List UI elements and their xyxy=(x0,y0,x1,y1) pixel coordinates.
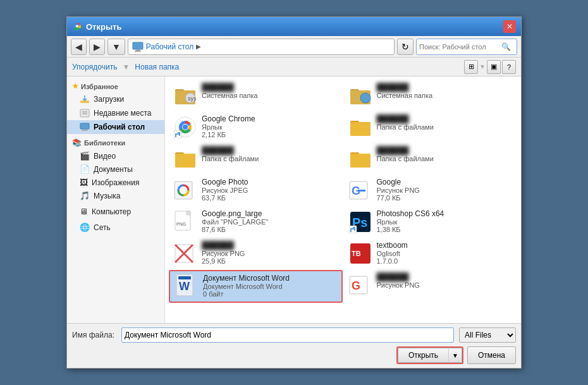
filetype-select[interactable]: All Files xyxy=(459,327,516,343)
file-thumb: G xyxy=(348,178,373,203)
favorites-header[interactable]: ★ Избранное xyxy=(67,80,164,92)
network-label: Сеть xyxy=(94,223,111,232)
action-bar: Упорядочить ▼ Новая папка ⊞ ▼ ▣ ? xyxy=(67,58,521,76)
list-item[interactable]: sys ██████ Системная папка xyxy=(169,80,343,111)
file-info: ██████ Системная папка xyxy=(202,83,339,99)
network-icon: 🌐 xyxy=(80,223,90,232)
sidebar-item-computer[interactable]: 🖥 Компьютер xyxy=(67,205,164,218)
svg-rect-4 xyxy=(135,51,141,52)
file-thumb: W xyxy=(174,274,199,299)
photo-icon xyxy=(174,179,197,202)
svg-point-20 xyxy=(360,93,371,103)
breadcrumb-text[interactable]: Рабочий стол xyxy=(146,42,193,51)
sidebar-item-desktop[interactable]: Рабочий стол xyxy=(67,120,164,134)
file-info: ██████ Системная папка xyxy=(377,83,514,99)
list-item[interactable]: G ██████ Рисунок PNG xyxy=(344,270,518,303)
svg-rect-2 xyxy=(133,42,143,49)
file-thumb xyxy=(348,146,373,171)
file-thumb xyxy=(173,114,198,140)
svg-rect-42 xyxy=(358,190,365,192)
search-bar: 🔍 xyxy=(416,39,517,55)
desktop-label: Рабочий стол xyxy=(94,123,145,131)
file-thumb: G xyxy=(348,272,373,298)
view-toggle-button[interactable]: ⊞ xyxy=(464,60,478,74)
list-item[interactable]: ██████ Рисунок PNG 25,9 КБ xyxy=(169,238,343,269)
sidebar-item-docs[interactable]: 📄 Документы xyxy=(67,162,164,176)
list-item[interactable]: PNG Google.png_large Файл "PNG_LARGE" 87… xyxy=(169,207,343,237)
filename-row: Имя файла: All Files xyxy=(72,327,516,343)
open-button[interactable]: Открыть xyxy=(398,348,448,363)
sidebar-item-video[interactable]: 🎬 Видео xyxy=(67,149,164,162)
file-thumb: Ps xyxy=(348,209,373,235)
search-button[interactable]: 🔍 xyxy=(501,42,511,51)
sidebar-item-music[interactable]: 🎵 Музыка xyxy=(67,189,164,202)
list-item[interactable]: Ps Photoshop CS6 x64 Ярлык 1,38 КБ xyxy=(344,207,518,237)
filename-label: Имя файла: xyxy=(72,331,116,339)
breadcrumb: Рабочий стол ▶ xyxy=(128,39,395,55)
file-size: 1,38 КБ xyxy=(377,226,514,233)
file-type: Документ Microsoft Word xyxy=(203,283,338,290)
title-bar: Открыть ✕ xyxy=(67,17,521,36)
refresh-button[interactable]: ↻ xyxy=(397,39,413,55)
file-thumb: TB xyxy=(348,241,373,266)
list-item[interactable]: Google Photo Рисунок JPEG 63,7 КБ xyxy=(169,175,343,205)
file-size: 77,0 КБ xyxy=(377,194,514,202)
sidebar-item-recent[interactable]: Недавние места xyxy=(67,106,164,120)
file-info: Google Photo Рисунок JPEG 63,7 КБ xyxy=(202,178,339,202)
svg-rect-44 xyxy=(187,211,190,215)
list-item[interactable]: Google Chrome Ярлык 2,12 КБ xyxy=(169,112,343,142)
organize-button[interactable]: Упорядочить xyxy=(72,63,117,71)
svg-rect-35 xyxy=(350,154,371,168)
file-name: Google xyxy=(377,178,514,186)
new-folder-button[interactable]: Новая папка xyxy=(135,63,179,71)
cancel-button[interactable]: Отмена xyxy=(467,346,516,364)
png-file-icon: PNG xyxy=(174,211,197,233)
file-info: ██████ Папка с файлами xyxy=(202,146,339,162)
system-folder-icon: sys xyxy=(174,84,197,107)
preview-button[interactable]: ▣ xyxy=(487,60,501,74)
docs-label: Документы xyxy=(94,165,133,174)
back-button[interactable]: ◀ xyxy=(71,39,87,55)
file-info: ██████ Папка с файлами xyxy=(377,114,514,131)
google-icon: G xyxy=(349,179,372,202)
folder-icon2 xyxy=(174,147,197,170)
dropdown-nav-button[interactable]: ▼ xyxy=(107,39,125,55)
sidebar-item-downloads[interactable]: Загрузки xyxy=(67,92,164,106)
sidebar-item-images[interactable]: 🖼 Изображения xyxy=(67,176,164,189)
list-item[interactable]: ██████ Папка с файлами xyxy=(169,144,343,174)
file-name: ██████ xyxy=(377,83,514,92)
list-item-selected[interactable]: W Документ Microsoft Word Документ Micro… xyxy=(169,270,343,303)
file-thumb xyxy=(173,178,198,203)
list-item[interactable]: TB textboom Oglisoft 1.7.0.0 xyxy=(344,238,518,269)
file-type: Ярлык xyxy=(202,123,339,131)
favorites-section: ★ Избранное Загрузки Неда xyxy=(67,80,164,134)
google-blurred-icon: G xyxy=(349,274,372,296)
list-item[interactable]: ██████ Папка с файлами xyxy=(344,112,518,142)
desktop-icon xyxy=(132,41,144,52)
filename-input[interactable] xyxy=(121,327,454,343)
file-name: Google Photo xyxy=(202,178,339,186)
help-button[interactable]: ? xyxy=(502,60,516,74)
libraries-header[interactable]: 📚 Библиотеки xyxy=(67,137,164,149)
file-grid: sys ██████ Системная папка xyxy=(169,80,517,303)
sidebar-item-network[interactable]: 🌐 Сеть xyxy=(67,221,164,234)
forward-button[interactable]: ▶ xyxy=(89,39,105,55)
svg-rect-9 xyxy=(80,123,89,129)
close-button[interactable]: ✕ xyxy=(503,20,516,33)
open-dropdown-button[interactable]: ▼ xyxy=(448,348,462,363)
file-size: 2,12 КБ xyxy=(202,131,339,138)
recent-icon xyxy=(80,108,90,118)
svg-rect-10 xyxy=(83,129,87,130)
list-item[interactable]: G Google Рисунок PNG 77,0 КБ xyxy=(344,175,518,205)
list-item[interactable]: ██████ Системная папка xyxy=(344,80,518,111)
photoshop-icon: Ps xyxy=(349,211,372,233)
file-info: Photoshop CS6 x64 Ярлык 1,38 КБ xyxy=(377,209,514,233)
list-item[interactable]: ██████ Папка с файлами xyxy=(344,144,518,174)
open-button-wrap: Открыть ▼ xyxy=(396,346,463,364)
sidebar: ★ Избранное Загрузки Неда xyxy=(67,76,165,323)
system-folder-icon2 xyxy=(349,84,372,107)
search-input[interactable] xyxy=(419,43,501,51)
file-info: ██████ Рисунок PNG 25,9 КБ xyxy=(202,241,339,265)
file-thumb xyxy=(348,114,373,140)
svg-text:PNG: PNG xyxy=(176,222,186,226)
